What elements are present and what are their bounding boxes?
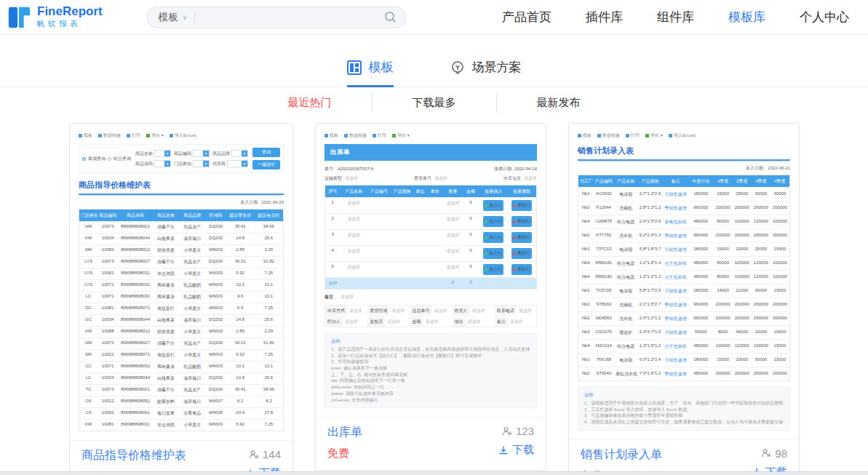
table-row: LYS10073896988698027消毒干巾亮晶水产DQ20030.2131… bbox=[79, 256, 283, 268]
table-cell: 200000 bbox=[733, 312, 752, 325]
table-cell: 200000 bbox=[733, 367, 752, 380]
table-cell: 80000 bbox=[714, 257, 733, 270]
download-button[interactable]: 下载 bbox=[498, 443, 534, 457]
filter-label: 商品条码 bbox=[135, 161, 153, 167]
table-cell: 100000 bbox=[733, 257, 752, 270]
table-cell: 滋养每日 bbox=[179, 315, 205, 326]
nav-item-component-library[interactable]: 组件库 bbox=[657, 9, 694, 25]
table-cell: 30000 bbox=[752, 243, 771, 256]
table-cell: 896988698071 bbox=[118, 303, 153, 314]
table-cell: 每日坚果 bbox=[153, 408, 179, 419]
toolbar-item: 打印 bbox=[373, 132, 386, 139]
table-cell: 电冰箱 bbox=[614, 284, 637, 298]
template-card-sales-plan[interactable]: 模板数据校验打印导出 ▾导入[Excel] 销售计划录入表 录入日期:2022-… bbox=[568, 123, 800, 475]
table-cell: 2.7*1.2*2.6 bbox=[637, 188, 663, 201]
table-cell: Nb4 bbox=[578, 215, 593, 228]
table-cell: 3.29 bbox=[255, 245, 283, 256]
table-cell: DQ200 bbox=[206, 338, 226, 349]
table-cell: Nb1 bbox=[578, 243, 593, 256]
app-logo[interactable]: FineReport 帆软报表 bbox=[7, 5, 103, 30]
filter-label: 供货商 bbox=[212, 161, 226, 167]
table-cell: 30000 bbox=[752, 188, 771, 201]
card-title-link[interactable]: 出库单 bbox=[327, 425, 362, 440]
table-cell: 自主包装线 bbox=[663, 271, 688, 284]
table-row: SM10021896988698071海盐苏打小琴麦片W60035.927.25 bbox=[79, 349, 283, 361]
table-cell: Nb4 bbox=[578, 257, 593, 270]
table-cell: 896988698044 bbox=[118, 315, 153, 326]
toolbar-icon bbox=[578, 134, 581, 137]
table-cell: 10034 bbox=[97, 233, 118, 244]
filter-recent-hot[interactable]: 最近热门 bbox=[248, 94, 372, 112]
table-cell: M2U114 bbox=[593, 340, 614, 353]
table-cell: 100000 bbox=[733, 215, 752, 228]
table-cell: 896988698052 bbox=[118, 396, 153, 407]
price-label: 免费 bbox=[327, 447, 362, 460]
table-cell: LYS bbox=[79, 280, 97, 291]
toolbar-icon bbox=[79, 134, 82, 137]
table-cell: 月销售递增 bbox=[663, 326, 688, 339]
search-category-dropdown[interactable]: 模板 ∨ bbox=[147, 11, 195, 24]
bottom-fields-grid: 出库方式请选择发货区域请选择运送单号请选择收货人请选择联系电话请选择经办人请选择… bbox=[324, 305, 537, 327]
table-cell: 100000 bbox=[771, 215, 789, 228]
table-cell: 10.1 bbox=[226, 280, 255, 291]
table-cell: 白桃果茶 bbox=[153, 373, 179, 384]
notes-title: 说明: bbox=[331, 338, 530, 345]
table-cell: 260000 bbox=[752, 201, 771, 215]
search-category-label: 模板 bbox=[159, 11, 178, 24]
nav-item-template-library[interactable]: 模板库 bbox=[728, 9, 765, 25]
table-row: Nb1TC5726电冰箱5.8*1.7*2.9月销售递增180000140002… bbox=[578, 284, 789, 298]
search-input[interactable] bbox=[195, 12, 383, 23]
table-cell: 10071 bbox=[97, 292, 118, 303]
table-row: LYS10081896988698011加仑泡面小琴麦片W60035.927.2… bbox=[79, 268, 283, 279]
table-cell: 100000 bbox=[733, 271, 752, 284]
table-cell: 单缸洗衣机 bbox=[614, 367, 637, 380]
table-row: Nb2ST5040单缸洗衣机7.0*1.6*1.2季销售递增4800002000… bbox=[578, 367, 789, 380]
table-cell: 5.6 bbox=[226, 303, 255, 314]
table-header-cell: 单价 bbox=[426, 185, 443, 197]
table-body: 1 请选择 请选择 0 插入行 删除行 2 请选择 bbox=[325, 197, 536, 277]
field-pair: 地址请选择 bbox=[453, 316, 494, 327]
user-count: 98 bbox=[752, 447, 787, 460]
table-cell: W6005 bbox=[206, 408, 226, 419]
card-title-link[interactable]: 销售计划录入单 bbox=[581, 447, 662, 463]
filter-newest[interactable]: 最新发布 bbox=[496, 94, 621, 112]
card-title-link[interactable]: 商品指导价格维护表 bbox=[81, 448, 186, 463]
tab-scenarios-label: 场景方案 bbox=[472, 59, 522, 76]
table-cell: 5.92 bbox=[226, 268, 255, 279]
mini-select bbox=[231, 150, 248, 157]
template-card-price-maintenance[interactable]: 模板数据校验打印导出 ▾导入[Excel] 单项查询 组合查询 商品名称 商品编… bbox=[69, 123, 293, 475]
search-icon[interactable] bbox=[384, 11, 397, 23]
table-cell: 200000 bbox=[733, 229, 752, 242]
plus-icon bbox=[485, 220, 487, 223]
table-header-row: 门店类别商品编码商品条码商品名称商品品牌区域码建议零售价建议会员价 bbox=[79, 209, 283, 221]
nav-item-personal-center[interactable]: 个人中心 bbox=[800, 9, 849, 25]
tab-templates[interactable]: 模板 bbox=[347, 59, 394, 87]
table-cell: Nb4 bbox=[578, 340, 593, 353]
nav-item-plugin-library[interactable]: 插件库 bbox=[586, 9, 623, 25]
table-cell: 200000 bbox=[733, 201, 752, 215]
table-cell: HM bbox=[79, 222, 97, 233]
table-cell: 896988698011 bbox=[118, 420, 153, 431]
table-cell: 120000 bbox=[752, 271, 771, 284]
nav-item-product-home[interactable]: 产品首页 bbox=[502, 9, 552, 25]
tab-scenarios[interactable]: 场景方案 bbox=[450, 59, 522, 87]
table-cell: 896988698027 bbox=[118, 257, 153, 268]
toolbar-item: 模板 bbox=[79, 132, 92, 139]
sort-filters: 最近热门 下载最多 最新发布 bbox=[0, 94, 868, 112]
table-cell: 自主包装线 bbox=[663, 340, 688, 353]
table-cell: 960000 bbox=[688, 229, 714, 242]
table-header-cell: 数量 bbox=[443, 185, 462, 197]
table-cell: 960000 bbox=[688, 298, 714, 311]
table-cell: 25000 bbox=[733, 188, 752, 201]
user-count-icon bbox=[502, 426, 512, 436]
filter-most-downloaded[interactable]: 下载最多 bbox=[372, 94, 496, 112]
table-cell: GC bbox=[79, 315, 97, 326]
table-cell: 25.6 bbox=[255, 233, 283, 244]
table-header-cell: 年度计划 bbox=[688, 175, 714, 187]
library-tabs: 模板 场景方案 bbox=[0, 35, 868, 87]
table-cell: DQ202 bbox=[206, 373, 226, 384]
table-header-cell: 备注 bbox=[663, 175, 688, 187]
table-cell: 15000 bbox=[714, 354, 733, 367]
table-header-cell: 商品条码 bbox=[118, 209, 153, 221]
template-card-outbound-order[interactable]: 模板数据校验打印导出 ▾ 出库单 单号:A20201016T037-6 接单日期… bbox=[315, 123, 546, 471]
